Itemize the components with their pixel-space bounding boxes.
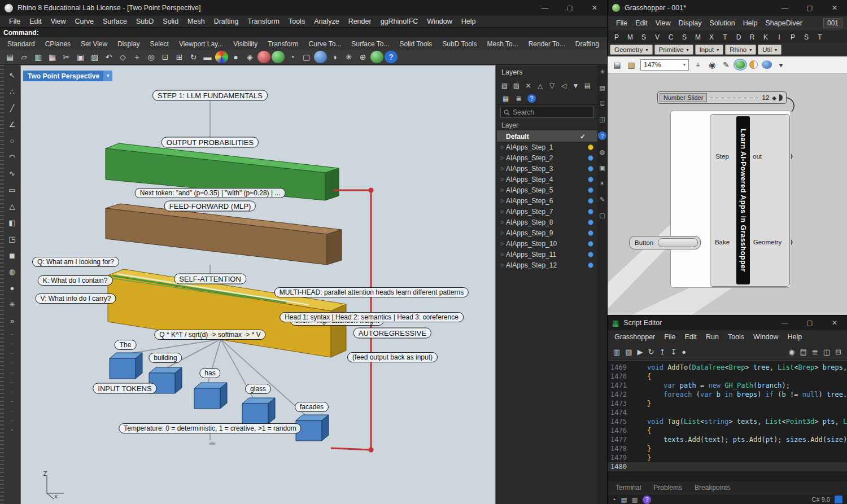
open-file-icon[interactable]: ▱ — [18, 51, 30, 63]
minimize-button[interactable]: — — [532, 0, 557, 16]
circle-icon[interactable]: ○ — [6, 135, 19, 146]
menu-item[interactable]: ShapeDiver — [761, 19, 806, 27]
toolbar-tab[interactable]: Visibility — [228, 38, 263, 50]
filter-funnel-icon[interactable]: ▼ — [571, 82, 580, 90]
toolbar-tab[interactable]: Drafting — [570, 38, 604, 50]
panel-layers-icon[interactable]: ≣ — [600, 100, 605, 107]
preview-dropdown-icon[interactable]: ▾ — [776, 60, 786, 69]
collapse-icon[interactable]: ◁ — [560, 82, 568, 90]
menu-item[interactable]: Edit — [680, 333, 701, 341]
component-tab[interactable]: T — [718, 32, 732, 43]
chevrons-icon[interactable]: » — [6, 315, 19, 326]
layer-expander[interactable]: ▷ — [499, 230, 506, 235]
number-slider-component[interactable]: Number Slider 12 ◆ — [657, 91, 787, 104]
sphere-blue-icon[interactable] — [314, 51, 327, 63]
push-icon[interactable]: ↥ — [660, 348, 666, 356]
toolbar-tab[interactable]: Display — [112, 38, 145, 50]
button-widget[interactable] — [658, 238, 698, 247]
component-tab[interactable]: S — [637, 32, 650, 43]
zoom-extents-icon[interactable]: ⊞ — [173, 51, 186, 63]
help-icon[interactable]: ? — [385, 51, 398, 63]
render-green-icon[interactable] — [272, 51, 285, 63]
layer-visibility-bulb[interactable] — [588, 166, 593, 172]
gumball-icon[interactable]: ⊕ — [356, 51, 369, 63]
layer-visibility-bulb[interactable] — [588, 198, 593, 204]
rotate-view-icon[interactable]: ↻ — [187, 51, 200, 63]
vray-icon[interactable] — [257, 51, 270, 63]
code-line[interactable]: 1472 foreach (var b in breps) if (b != n… — [608, 390, 847, 399]
toolbar-grip[interactable]: – — [6, 379, 19, 384]
layer-expander[interactable]: ▷ — [499, 166, 506, 171]
spotlight-icon[interactable]: ● — [229, 51, 242, 63]
menu-item[interactable]: Help — [783, 333, 807, 341]
layer-row[interactable]: ▷ AIApps_Step_4 — [497, 174, 597, 185]
layer-row[interactable]: ▷ AIAp​ps_Step_10 — [497, 238, 597, 249]
layers-help-icon[interactable]: ? — [527, 94, 536, 103]
dotted-window-icon[interactable]: ▢ — [300, 51, 313, 63]
layer-visibility-bulb[interactable] — [588, 144, 593, 150]
menu-item[interactable]: Surface — [98, 17, 132, 25]
component-tab[interactable]: T — [813, 32, 827, 43]
sphere-tool-icon[interactable]: ● — [6, 282, 19, 293]
grip-cyan[interactable]: ▪ — [6, 427, 19, 432]
layer-visibility-bulb[interactable] — [588, 155, 593, 161]
templates-icon[interactable]: ▤ — [800, 348, 807, 356]
code-line[interactable]: 1479 } — [608, 453, 847, 462]
code-line[interactable]: 1473 } — [608, 399, 847, 408]
pull-icon[interactable]: ↧ — [670, 348, 676, 356]
viewport-tab[interactable]: Two Point Perspective ▼ — [23, 71, 112, 81]
zoom-window-icon[interactable]: ⊡ — [159, 51, 172, 63]
panel-sun-icon[interactable]: ☀ — [600, 180, 605, 187]
input-param-step[interactable]: Step — [715, 153, 729, 160]
component-tab[interactable]: R — [745, 32, 759, 43]
menu-item[interactable]: Tools — [284, 17, 309, 25]
component-tab[interactable]: D — [732, 32, 745, 43]
gear-dots-icon[interactable]: ✳ — [6, 299, 19, 310]
toolbar-tab[interactable]: CPlanes — [40, 38, 76, 50]
status-file-icon[interactable]: ▤ — [621, 496, 627, 503]
layer-expander[interactable]: ▷ — [499, 187, 506, 192]
status-circle-icon[interactable]: ◔ — [612, 496, 616, 503]
layer-expander[interactable]: ▷ — [499, 209, 506, 214]
copy-icon[interactable]: ▣ — [74, 51, 87, 63]
language-version[interactable]: C# 9.0 — [812, 496, 830, 503]
maximize-button[interactable]: ▢ — [557, 0, 582, 16]
toolbar-tab[interactable]: Select — [145, 38, 174, 50]
undo-icon[interactable]: ↶ — [102, 51, 115, 63]
component-tab[interactable]: S — [678, 32, 691, 43]
toolbar-tab[interactable]: Solid Tools — [395, 38, 438, 50]
pie-icon[interactable]: ◔ — [286, 51, 299, 63]
menu-item[interactable]: Render — [344, 17, 376, 25]
slider-output-nub[interactable] — [779, 94, 783, 101]
command-bar[interactable]: Command: — [0, 27, 607, 37]
cut-icon[interactable]: ✂ — [60, 51, 73, 63]
toolbar-tab[interactable]: Curve To... — [304, 38, 347, 50]
menu-item[interactable]: Drafting — [209, 17, 243, 25]
zoom-icon[interactable]: ◎ — [145, 51, 158, 63]
menu-item[interactable]: Window — [422, 17, 456, 25]
component-category-button[interactable]: Rhino ▾ — [725, 45, 756, 55]
panel-gear-icon[interactable]: ✳ — [600, 68, 605, 76]
layer-expander[interactable]: ▷ — [499, 220, 506, 225]
minimize-button[interactable]: — — [772, 315, 797, 330]
polyline-icon[interactable]: ∠ — [6, 119, 19, 130]
layer-row[interactable]: ▷ AIApps_Step_6 — [497, 195, 597, 206]
layer-visibility-bulb[interactable] — [588, 177, 593, 182]
panel-rendering-icon[interactable]: ▣ — [599, 164, 605, 172]
curve-icon[interactable]: ∿ — [6, 168, 19, 179]
layer-expander[interactable]: ▷ — [499, 177, 506, 182]
status-save-icon[interactable]: ▥ — [632, 496, 638, 503]
run-icon[interactable]: ▶ — [638, 348, 643, 356]
slider-handle[interactable]: ◆ — [772, 95, 776, 101]
toolbar-grip[interactable]: – — [6, 341, 19, 345]
button-component[interactable]: Button — [629, 236, 701, 249]
component-tab[interactable]: X — [705, 32, 718, 43]
menu-item[interactable]: File — [5, 17, 25, 25]
paintbrush-icon[interactable]: ✎ — [721, 60, 731, 69]
wire-preview-icon[interactable] — [762, 60, 772, 69]
layer-visibility-bulb[interactable] — [588, 252, 593, 257]
close-button[interactable]: ✕ — [822, 0, 847, 16]
layer-row[interactable]: ▷ AIApps_Step_8 — [497, 217, 597, 227]
status-help-icon[interactable]: ? — [643, 496, 651, 504]
render-icon[interactable] — [215, 51, 228, 63]
